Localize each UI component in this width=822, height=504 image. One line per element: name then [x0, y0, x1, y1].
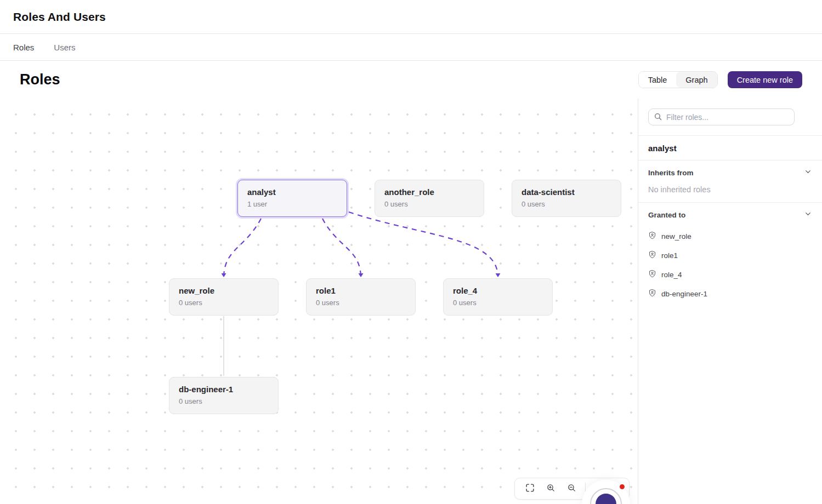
edge-analyst-to-new_role [224, 219, 261, 276]
role-details-sidebar: analyst Inherits from No inherited roles… [638, 99, 822, 504]
role-node-user-count: 0 users [453, 299, 543, 307]
edge-arrowhead [496, 273, 501, 277]
role-node-role1[interactable]: role10 users [306, 278, 416, 316]
granted-role-label: db-engineer-1 [661, 290, 707, 298]
role-node-role_4[interactable]: role_40 users [443, 278, 553, 316]
granted-role-item-new_role[interactable]: new_role [638, 227, 822, 246]
granted-role-label: new_role [661, 232, 691, 240]
inherits-from-section-header[interactable]: Inherits from [638, 161, 822, 184]
role-node-user-count: 0 users [179, 397, 269, 405]
role-node-user-count: 0 users [521, 200, 611, 208]
view-toggle: Table Graph [638, 71, 718, 88]
role-node-new_role[interactable]: new_role0 users [169, 278, 279, 316]
role-shield-icon [648, 289, 656, 299]
header-actions: Table Graph Create new role [638, 71, 802, 88]
tab-roles[interactable]: Roles [13, 43, 34, 52]
granted-to-label: Granted to [648, 211, 685, 219]
filter-box [648, 108, 812, 125]
role-node-another_role[interactable]: another_role0 users [375, 180, 484, 217]
selected-role-name: analyst [638, 136, 822, 160]
granted-role-label: role1 [661, 251, 678, 260]
zoom-in-button[interactable] [540, 480, 561, 497]
edge-arrowhead [359, 273, 364, 277]
notification-badge [619, 483, 626, 490]
app-title: Roles And Users [13, 10, 106, 24]
chevron-down-icon [804, 168, 812, 178]
zoom-in-icon [546, 483, 555, 494]
inherits-from-label: Inherits from [648, 169, 694, 177]
granted-to-section-header[interactable]: Granted to [638, 203, 822, 226]
content-header: Roles Table Graph Create new role [0, 61, 822, 99]
role-node-label: db-engineer-1 [179, 385, 269, 394]
granted-to-list: new_rolerole1role_4db-engineer-1 [638, 226, 822, 309]
app-header: Roles And Users [0, 0, 822, 34]
fit-view-icon [525, 483, 535, 494]
page-title: Roles [20, 71, 60, 88]
edge-analyst-to-role1 [322, 219, 361, 276]
role-node-label: role_4 [453, 286, 543, 295]
role-node-data-scientist[interactable]: data-scientist0 users [512, 180, 621, 217]
role-node-user-count: 1 user [247, 200, 337, 208]
no-inherited-roles-text: No inherited roles [638, 184, 822, 202]
role-node-user-count: 0 users [384, 200, 474, 208]
role-node-analyst[interactable]: analyst1 user [237, 180, 347, 217]
granted-role-label: role_4 [661, 271, 682, 279]
role-shield-icon [648, 231, 656, 242]
search-icon [654, 112, 662, 123]
granted-role-item-db-engineer-1[interactable]: db-engineer-1 [638, 284, 822, 303]
filter-wrap [638, 99, 822, 135]
role-node-label: another_role [384, 187, 474, 197]
view-toggle-graph[interactable]: Graph [676, 72, 717, 88]
tab-users[interactable]: Users [54, 43, 75, 52]
role-shield-icon [648, 270, 656, 280]
fit-view-button[interactable] [519, 480, 540, 497]
zoom-out-button[interactable] [561, 480, 582, 497]
chat-widget-ring [590, 488, 622, 504]
role-node-label: role1 [316, 286, 406, 295]
role-node-label: data-scientist [521, 187, 611, 197]
tab-bar: Roles Users [0, 34, 822, 61]
zoom-out-icon [567, 483, 576, 494]
role-node-db-engineer-1[interactable]: db-engineer-10 users [169, 377, 279, 414]
chat-widget-icon [596, 494, 616, 504]
role-node-label: new_role [179, 286, 269, 295]
main: analyst1 useranother_role0 usersdata-sci… [0, 99, 822, 504]
create-new-role-button[interactable]: Create new role [728, 71, 802, 88]
role-node-label: analyst [247, 187, 337, 197]
role-node-user-count: 0 users [179, 299, 269, 307]
granted-role-item-role_4[interactable]: role_4 [638, 265, 822, 284]
granted-role-item-role1[interactable]: role1 [638, 246, 822, 265]
roles-graph-canvas[interactable]: analyst1 useranother_role0 usersdata-sci… [0, 99, 638, 504]
filter-roles-input[interactable] [648, 108, 795, 125]
role-shield-icon [648, 250, 656, 261]
edge-arrowhead [222, 273, 226, 277]
role-node-user-count: 0 users [316, 299, 406, 307]
chevron-down-icon [804, 210, 812, 220]
view-toggle-table[interactable]: Table [639, 72, 677, 88]
edge-analyst-to-role_4 [349, 212, 498, 276]
